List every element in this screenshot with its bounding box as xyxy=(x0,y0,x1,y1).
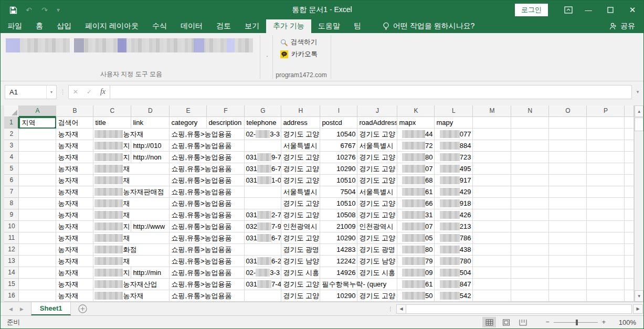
cell-I4[interactable]: 10276 xyxy=(320,152,357,163)
zoom-percentage[interactable]: 100% xyxy=(613,319,636,326)
cell-A11[interactable] xyxy=(19,232,56,244)
save-icon[interactable] xyxy=(8,5,18,15)
cell-J6[interactable]: 경기도 고양 xyxy=(357,175,397,186)
cell-H2[interactable]: 경기도 고양 xyxy=(281,129,320,140)
cell-G9[interactable]: 0312-7 xyxy=(245,209,281,221)
cell-H10[interactable]: 인천광역시 xyxy=(281,221,320,232)
column-header-K[interactable]: K xyxy=(397,105,435,117)
cell-A2[interactable] xyxy=(19,129,56,140)
cell-A7[interactable] xyxy=(19,186,56,198)
row-header-11[interactable]: 11 xyxy=(4,232,19,244)
cell-P1[interactable] xyxy=(587,117,625,129)
cell-J7[interactable]: 서울특별시 xyxy=(357,186,397,198)
cell-A13[interactable] xyxy=(19,256,56,267)
cell-P13[interactable] xyxy=(587,256,625,267)
cell-G15[interactable]: 0317-4 xyxy=(245,279,281,290)
cell-partial-12[interactable] xyxy=(625,244,634,256)
cell-K10[interactable]: 07 xyxy=(397,221,435,232)
cell-partial-14[interactable] xyxy=(625,267,634,279)
cell-P5[interactable] xyxy=(587,163,625,175)
cell-K7[interactable]: 61 xyxy=(397,186,435,198)
column-header-J[interactable]: J xyxy=(357,105,397,117)
cell-O11[interactable] xyxy=(549,232,587,244)
cell-K1[interactable]: mapx xyxy=(397,117,435,129)
cell-A5[interactable] xyxy=(19,163,56,175)
zoom-slider-thumb[interactable] xyxy=(576,320,578,325)
row-header-5[interactable]: 5 xyxy=(4,163,19,175)
insert-function-icon[interactable]: fx xyxy=(96,88,110,96)
cell-G16[interactable] xyxy=(245,290,281,302)
cell-O16[interactable] xyxy=(549,290,587,302)
cell-A16[interactable] xyxy=(19,290,56,302)
cell-A10[interactable] xyxy=(19,221,56,232)
column-header-D[interactable]: D xyxy=(131,105,170,117)
cell-G2[interactable]: 02-3-3 xyxy=(245,129,281,140)
ribbon-tab-5[interactable]: 데이터 xyxy=(174,19,209,33)
cell-I1[interactable]: postcd xyxy=(320,117,357,129)
cell-E7[interactable]: 쇼핑,유통>농업용품 xyxy=(170,186,207,198)
row-header-1[interactable]: 1 xyxy=(4,117,19,129)
cell-D9[interactable] xyxy=(131,209,170,221)
cell-G12[interactable] xyxy=(245,244,281,256)
cell-M9[interactable] xyxy=(473,209,511,221)
cell-C9[interactable]: 재 xyxy=(93,209,131,221)
ribbon-tab-7[interactable]: 보기 xyxy=(238,19,266,33)
cell-C3[interactable]: 지 xyxy=(93,140,131,152)
cell-M7[interactable] xyxy=(473,186,511,198)
normal-view-icon[interactable] xyxy=(482,317,496,327)
cell-H12[interactable]: 경기도 광명 xyxy=(281,244,320,256)
cell-K16[interactable]: 50 xyxy=(397,290,435,302)
cell-J11[interactable]: 경기도 고양 xyxy=(357,232,397,244)
close-button[interactable]: ✕ xyxy=(621,1,643,19)
cell-J13[interactable]: 경기도 남양 xyxy=(357,256,397,267)
column-header-H[interactable]: H xyxy=(281,105,320,117)
cell-I16[interactable]: 10290 xyxy=(320,290,357,302)
cell-I7[interactable]: 7504 xyxy=(320,186,357,198)
cell-D4[interactable]: http://non xyxy=(131,152,170,163)
cell-partial-13[interactable] xyxy=(625,256,634,267)
cell-M15[interactable] xyxy=(473,279,511,290)
cell-M6[interactable] xyxy=(473,175,511,186)
cell-J5[interactable]: 경기도 고양 xyxy=(357,163,397,175)
cell-G4[interactable]: 0319-7 xyxy=(245,152,281,163)
vertical-scrollbar[interactable]: ▲ ▼ xyxy=(634,105,643,302)
row-header-12[interactable]: 12 xyxy=(4,244,19,256)
ribbon-tab-4[interactable]: 수식 xyxy=(145,19,174,33)
cell-A14[interactable] xyxy=(19,267,56,279)
cell-E1[interactable]: category xyxy=(170,117,207,129)
zoom-slider[interactable] xyxy=(554,322,598,323)
cell-D11[interactable] xyxy=(131,232,170,244)
column-header-G[interactable]: G xyxy=(245,105,281,117)
cell-K12[interactable]: 80 xyxy=(397,244,435,256)
row-header-15[interactable]: 15 xyxy=(4,279,19,290)
cell-L6[interactable]: 917 xyxy=(435,175,473,186)
cell-partial-11[interactable] xyxy=(625,232,634,244)
login-button[interactable]: 로그인 xyxy=(515,4,548,16)
minimize-button[interactable]: — xyxy=(577,1,599,19)
cell-H14[interactable]: 경기도 시흥 xyxy=(281,267,320,279)
cell-N13[interactable] xyxy=(511,256,549,267)
cell-L13[interactable]: 780 xyxy=(435,256,473,267)
cell-B9[interactable]: 농자재 xyxy=(56,209,93,221)
cell-K11[interactable]: 05 xyxy=(397,232,435,244)
cell-partial-8[interactable] xyxy=(625,198,634,209)
cell-K5[interactable]: 07 xyxy=(397,163,435,175)
cell-K6[interactable]: 68 xyxy=(397,175,435,186)
cell-O14[interactable] xyxy=(549,267,587,279)
cell-B16[interactable]: 농자재 xyxy=(56,290,93,302)
cell-G7[interactable] xyxy=(245,186,281,198)
cell-D13[interactable] xyxy=(131,256,170,267)
formula-bar-expand-icon[interactable]: ▾ xyxy=(632,85,643,99)
cell-I8[interactable]: 10510 xyxy=(320,198,357,209)
scroll-left-icon[interactable]: ◀ xyxy=(396,304,406,314)
cell-D5[interactable] xyxy=(131,163,170,175)
row-header-8[interactable]: 8 xyxy=(4,198,19,209)
formula-input[interactable] xyxy=(110,85,632,99)
cell-I6[interactable]: 10510 xyxy=(320,175,357,186)
cell-B10[interactable]: 농자재 xyxy=(56,221,93,232)
cell-H13[interactable]: 경기도 남양 xyxy=(281,256,320,267)
cell-E15[interactable]: 쇼핑,유통>농업용품 xyxy=(170,279,207,290)
row-header-10[interactable]: 10 xyxy=(4,221,19,232)
cell-B13[interactable]: 농자재 xyxy=(56,256,93,267)
cell-M4[interactable] xyxy=(473,152,511,163)
